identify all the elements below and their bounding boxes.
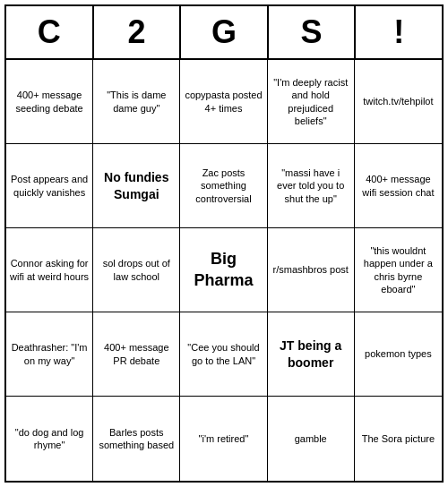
bingo-cell-10[interactable]: Connor asking for wifi at weird hours: [6, 228, 93, 312]
bingo-cell-12[interactable]: Big Pharma: [180, 228, 267, 312]
bingo-cell-3[interactable]: "I'm deeply racist and hold prejudiced b…: [268, 60, 355, 144]
bingo-cell-1[interactable]: "This is dame dame guy": [93, 60, 180, 144]
bingo-cell-19[interactable]: pokemon types: [355, 312, 442, 397]
header-exclaim: !: [356, 6, 442, 58]
bingo-cell-9[interactable]: 400+ message wifi session chat: [355, 144, 442, 228]
bingo-cell-18[interactable]: JT being a boomer: [268, 312, 355, 397]
bingo-grid: 400+ message seeding debate"This is dame…: [6, 60, 442, 481]
bingo-cell-24[interactable]: The Sora picture: [355, 397, 442, 481]
bingo-cell-16[interactable]: 400+ message PR debate: [93, 312, 180, 397]
bingo-cell-6[interactable]: No fundies Sumgai: [93, 144, 180, 228]
bingo-cell-11[interactable]: sol drops out of law school: [93, 228, 180, 312]
header-g: G: [181, 6, 269, 58]
bingo-card: C 2 G S ! 400+ message seeding debate"Th…: [4, 4, 444, 483]
bingo-cell-23[interactable]: gamble: [268, 397, 355, 481]
bingo-cell-2[interactable]: copypasta posted 4+ times: [180, 60, 267, 144]
bingo-cell-22[interactable]: "i'm retired": [180, 397, 267, 481]
bingo-cell-5[interactable]: Post appears and quickly vanishes: [6, 144, 93, 228]
bingo-cell-8[interactable]: "massi have i ever told you to shut the …: [268, 144, 355, 228]
header-s: S: [269, 6, 357, 58]
bingo-cell-20[interactable]: "do dog and log rhyme": [6, 397, 93, 481]
bingo-cell-21[interactable]: Barles posts something based: [93, 397, 180, 481]
bingo-cell-17[interactable]: "Cee you should go to the LAN": [180, 312, 267, 397]
header-2: 2: [94, 6, 182, 58]
bingo-cell-7[interactable]: Zac posts something controversial: [180, 144, 267, 228]
bingo-header: C 2 G S !: [6, 6, 442, 60]
header-c: C: [6, 6, 94, 58]
bingo-cell-0[interactable]: 400+ message seeding debate: [6, 60, 93, 144]
bingo-cell-14[interactable]: "this wouldnt happen under a chris byrne…: [355, 228, 442, 312]
bingo-cell-4[interactable]: twitch.tv/tehpilot: [355, 60, 442, 144]
bingo-cell-13[interactable]: r/smashbros post: [268, 228, 355, 312]
bingo-cell-15[interactable]: Deathrasher: "I'm on my way": [6, 312, 93, 397]
